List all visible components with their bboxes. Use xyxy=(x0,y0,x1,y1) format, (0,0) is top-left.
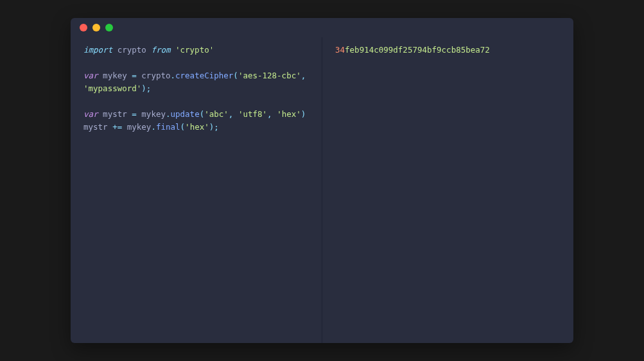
punct: . xyxy=(166,109,171,119)
punct: ( xyxy=(233,71,238,80)
operator: += xyxy=(112,122,122,132)
keyword-import: import xyxy=(83,45,112,55)
identifier: crypto xyxy=(117,45,146,55)
string-literal: 'aes-128-cbc' xyxy=(238,71,301,80)
close-icon[interactable] xyxy=(80,24,87,31)
keyword-from: from xyxy=(151,45,170,55)
minimize-icon[interactable] xyxy=(92,24,100,31)
zoom-icon[interactable] xyxy=(105,24,113,31)
punct: ( xyxy=(180,122,186,132)
punct: . xyxy=(151,122,156,132)
operator: = xyxy=(132,109,137,119)
punct: , xyxy=(301,71,306,80)
punct: ; xyxy=(214,122,219,132)
method-call: update xyxy=(171,109,200,119)
method-call: final xyxy=(156,122,180,132)
output-pane[interactable]: 34feb914c099df25794bf9ccb85bea72 xyxy=(322,37,573,343)
method-call: createCipher xyxy=(175,71,233,80)
split-panes: import crypto from 'crypto' var mykey = … xyxy=(71,37,573,343)
identifier: crypto xyxy=(141,71,170,80)
code-editor-pane[interactable]: import crypto from 'crypto' var mykey = … xyxy=(71,37,322,343)
punct: , xyxy=(267,109,272,119)
string-literal: 'hex' xyxy=(277,109,301,119)
keyword-var: var xyxy=(83,109,98,119)
punct: , xyxy=(229,109,234,119)
string-literal: 'mypassword' xyxy=(83,84,141,93)
keyword-var: var xyxy=(83,71,98,80)
identifier: mystr xyxy=(103,109,127,119)
identifier: mykey xyxy=(127,122,152,132)
identifier: mykey xyxy=(141,109,166,119)
punct: ) xyxy=(141,84,146,93)
operator: = xyxy=(132,71,137,80)
string-literal: 'hex' xyxy=(185,122,209,132)
identifier: mystr xyxy=(83,122,108,132)
window-titlebar xyxy=(71,18,573,37)
punct: ; xyxy=(146,84,152,93)
punct: ) xyxy=(301,109,306,119)
output-string: feb914c099df25794bf9ccb85bea72 xyxy=(345,45,490,55)
punct: . xyxy=(171,71,176,80)
string-literal: 'crypto' xyxy=(175,45,214,55)
string-literal: 'utf8' xyxy=(238,109,267,119)
string-literal: 'abc' xyxy=(204,109,229,119)
editor-window: import crypto from 'crypto' var mykey = … xyxy=(71,18,573,343)
identifier: mykey xyxy=(103,71,127,80)
output-number: 34 xyxy=(335,45,345,55)
